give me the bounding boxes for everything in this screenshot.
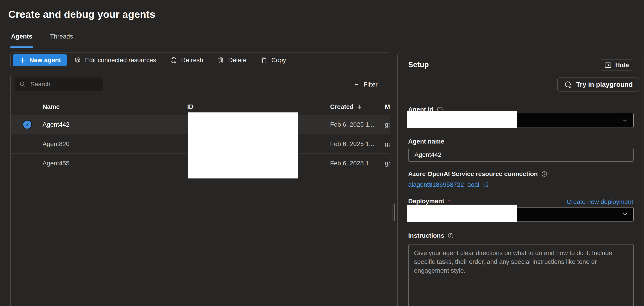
delete-button[interactable]: Delete (210, 54, 253, 66)
column-header-name[interactable]: Name (42, 103, 60, 110)
hide-label: Hide (615, 62, 629, 69)
tab-threads-label: Threads (50, 33, 73, 40)
try-in-playground-label: Try in playground (576, 81, 633, 88)
active-tab-underline (10, 46, 33, 48)
open-external-icon (482, 181, 489, 188)
filter-button[interactable]: Filter (352, 80, 378, 89)
tab-threads[interactable]: Threads (50, 33, 73, 40)
column-header-created[interactable]: Created (330, 103, 362, 110)
refresh-label: Refresh (181, 57, 203, 64)
edit-connected-resources-button[interactable]: Edit connected resources (67, 54, 163, 66)
create-new-deployment-link[interactable]: Create new deployment (566, 198, 633, 206)
instructions-label-text: Instructions (408, 232, 444, 239)
agents-toolbar: New agent Edit connected resources Refre… (10, 52, 390, 68)
chat-icon (564, 80, 572, 89)
deployment-label: Deployment* (408, 198, 450, 205)
agent-name-label: Agent name (408, 138, 444, 145)
tab-list: Agents Threads (11, 33, 73, 40)
panel-collapse-icon (604, 61, 612, 69)
column-header-id[interactable]: ID (187, 103, 194, 110)
delete-label: Delete (228, 57, 246, 64)
resource-connection-label: Azure OpenAI Service resource connection (408, 170, 548, 178)
instructions-label: Instructions (408, 232, 454, 239)
row-created: Feb 6, 2025 1... (330, 121, 374, 128)
setup-panel: Setup Hide Try in playground Agent id Ag… (398, 52, 642, 306)
panel-resize-handle[interactable] (392, 204, 392, 221)
chevron-down-icon (622, 117, 628, 124)
new-agent-button[interactable]: New agent (13, 54, 67, 66)
try-in-playground-button[interactable]: Try in playground (557, 78, 639, 91)
tab-agents[interactable]: Agents (11, 33, 32, 40)
row-created: Feb 6, 2025 1... (330, 140, 374, 147)
row-name: Agent442 (42, 121, 70, 128)
column-header-model[interactable]: M (385, 103, 390, 110)
sort-descending-icon (356, 104, 362, 110)
instructions-textarea[interactable] (408, 244, 634, 306)
hide-panel-button[interactable]: Hide (600, 59, 633, 71)
row-model: gp (385, 121, 390, 128)
deployment-label-text: Deployment (408, 198, 444, 205)
tab-agents-label: Agents (11, 33, 32, 40)
setup-heading: Setup (408, 60, 429, 69)
row-model: gp (385, 140, 390, 147)
copy-button[interactable]: Copy (253, 54, 293, 66)
new-agent-label: New agent (30, 57, 61, 64)
page-title: Create and debug your agents (8, 9, 155, 20)
row-name: Agent455 (42, 160, 70, 167)
agent-name-label-text: Agent name (408, 138, 444, 145)
row-created: Feb 6, 2025 1... (330, 160, 374, 167)
row-selected-indicator[interactable] (22, 120, 32, 129)
agents-list-card: Filter Name ID Created M Agent442 Feb 6,… (10, 74, 390, 306)
filter-label: Filter (364, 81, 378, 88)
refresh-button[interactable]: Refresh (163, 54, 210, 66)
search-input[interactable] (30, 81, 99, 88)
trash-icon (217, 56, 225, 64)
required-marker: * (448, 198, 450, 205)
copy-icon (260, 56, 268, 64)
info-icon[interactable] (447, 232, 454, 239)
column-header-created-label: Created (330, 103, 354, 110)
resource-connection-label-text: Azure OpenAI Service resource connection (408, 170, 538, 178)
row-model: gp (385, 160, 390, 167)
resource-connection-link-text: aiagent8186958722_aoai (408, 181, 479, 188)
plus-icon (19, 56, 26, 64)
search-icon (19, 81, 26, 88)
refresh-icon (170, 56, 178, 64)
row-name: Agent820 (42, 140, 70, 147)
filter-icon (352, 81, 360, 88)
chevron-down-icon (622, 211, 628, 218)
agent-name-input[interactable] (408, 148, 634, 162)
check-circle-icon (22, 120, 32, 129)
search-box[interactable] (15, 78, 103, 91)
redaction-overlay (407, 111, 517, 128)
panel-resize-handle[interactable] (394, 204, 395, 221)
info-icon[interactable] (541, 171, 548, 177)
copy-label: Copy (271, 57, 286, 64)
redaction-overlay (407, 205, 517, 222)
gear-icon (74, 56, 82, 64)
edit-connected-resources-label: Edit connected resources (85, 57, 156, 64)
resource-connection-link[interactable]: aiagent8186958722_aoai (408, 181, 489, 188)
redaction-overlay (188, 112, 298, 179)
